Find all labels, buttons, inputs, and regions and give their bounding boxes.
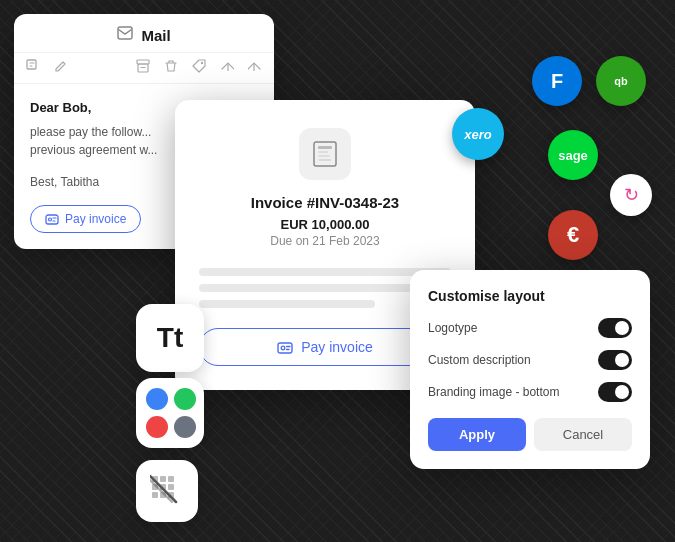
logotype-label: Logotype xyxy=(428,321,477,335)
branding-image-row: Branding image - bottom xyxy=(428,382,632,402)
invoice-line-2 xyxy=(199,284,413,292)
color-red[interactable] xyxy=(146,416,168,438)
invoice-company-logo xyxy=(299,128,351,180)
customise-panel-title: Customise layout xyxy=(428,288,632,304)
sync-icon: ↻ xyxy=(624,184,639,206)
grid-icon-card xyxy=(136,460,198,522)
branding-image-toggle[interactable] xyxy=(598,382,632,402)
color-blue[interactable] xyxy=(146,388,168,410)
svg-rect-16 xyxy=(168,476,174,482)
typography-card: Tt xyxy=(136,304,204,372)
customise-layout-panel: Customise layout Logotype Custom descrip… xyxy=(410,270,650,469)
svg-rect-10 xyxy=(318,151,328,153)
quickbooks-integration-badge[interactable]: qb xyxy=(596,56,646,106)
color-gray[interactable] xyxy=(174,416,196,438)
freshbooks-integration-badge[interactable]: F xyxy=(532,56,582,106)
branding-image-label: Branding image - bottom xyxy=(428,385,559,399)
quickbooks-label: qb xyxy=(614,75,627,87)
sage-label: sage xyxy=(558,148,588,163)
mail-icon xyxy=(117,26,133,44)
svg-point-13 xyxy=(281,346,285,350)
svg-line-24 xyxy=(150,480,172,502)
cancel-button[interactable]: Cancel xyxy=(534,418,632,451)
svg-rect-1 xyxy=(27,60,36,69)
invoice-number: Invoice #INV-0348-23 xyxy=(199,194,451,211)
logotype-toggle[interactable] xyxy=(598,318,632,338)
custom-description-row: Custom description xyxy=(428,350,632,370)
sage-integration-badge[interactable]: sage xyxy=(548,130,598,180)
forward-icon[interactable] xyxy=(220,59,234,77)
svg-rect-0 xyxy=(118,27,132,39)
reply-icon[interactable] xyxy=(248,59,262,77)
apply-button[interactable]: Apply xyxy=(428,418,526,451)
xero-integration-badge[interactable]: xero xyxy=(452,108,504,160)
svg-rect-11 xyxy=(318,155,330,157)
invoice-line-3 xyxy=(199,300,375,308)
freshbooks-label: F xyxy=(551,70,563,93)
logotype-row: Logotype xyxy=(428,318,632,338)
svg-rect-20 xyxy=(152,492,158,498)
archive-icon[interactable] xyxy=(136,59,150,77)
color-green[interactable] xyxy=(174,388,196,410)
sync-integration-badge[interactable]: ↻ xyxy=(610,174,652,216)
invoice-amount: EUR 10,000.00 xyxy=(199,217,451,232)
svg-point-5 xyxy=(201,62,203,64)
color-palette-card xyxy=(136,378,204,448)
edit-icon[interactable] xyxy=(54,59,68,77)
euro-label: € xyxy=(567,222,579,248)
pay-invoice-small-label: Pay invoice xyxy=(65,212,126,226)
svg-rect-9 xyxy=(318,146,332,149)
custom-description-toggle[interactable] xyxy=(598,350,632,370)
svg-marker-4 xyxy=(193,60,205,72)
svg-rect-19 xyxy=(168,484,174,490)
mail-title: Mail xyxy=(141,27,170,44)
mail-toolbar xyxy=(14,53,274,84)
svg-point-7 xyxy=(49,218,52,221)
customise-panel-actions: Apply Cancel xyxy=(428,418,632,451)
svg-rect-8 xyxy=(314,142,336,166)
tt-label: Tt xyxy=(157,322,183,354)
trash-icon[interactable] xyxy=(164,59,178,77)
mail-titlebar: Mail xyxy=(14,14,274,53)
pay-invoice-small-button[interactable]: Pay invoice xyxy=(30,205,141,233)
custom-description-label: Custom description xyxy=(428,353,531,367)
tag-icon[interactable] xyxy=(192,59,206,77)
invoice-due-date: Due on 21 Feb 2023 xyxy=(199,234,451,248)
grid-icon xyxy=(150,474,184,508)
pay-invoice-large-label: Pay invoice xyxy=(301,339,373,355)
euro-integration-badge[interactable]: € xyxy=(548,210,598,260)
svg-rect-15 xyxy=(160,476,166,482)
compose-icon[interactable] xyxy=(26,59,40,77)
xero-label: xero xyxy=(464,127,491,142)
